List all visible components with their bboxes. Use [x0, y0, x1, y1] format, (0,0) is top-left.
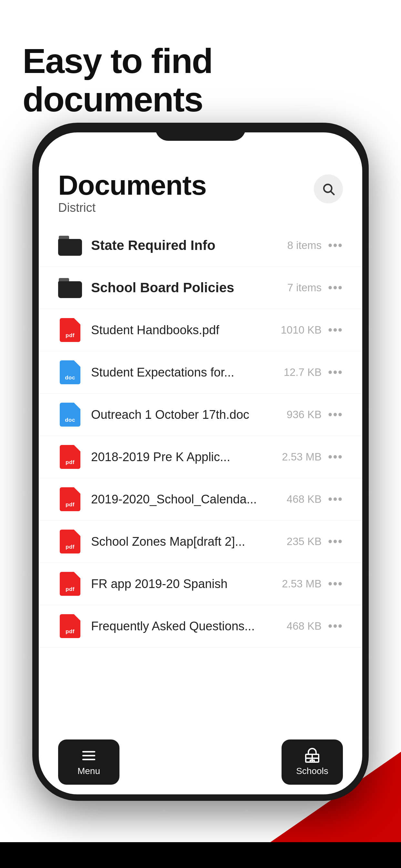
svg-line-1: [331, 191, 334, 195]
pdf-shape: pdf: [60, 530, 81, 554]
schools-label: Schools: [296, 766, 328, 776]
menu-label: Menu: [78, 766, 100, 776]
schools-icon: [305, 748, 320, 764]
pdf-label: pdf: [66, 544, 74, 550]
search-button[interactable]: [314, 175, 343, 204]
folder-shape: [58, 236, 82, 255]
documents-subtitle: District: [58, 201, 206, 215]
bottom-nav: Menu Schools: [39, 736, 362, 795]
pdf-label: pdf: [66, 628, 74, 635]
folder-body: [58, 281, 82, 298]
file-meta: 12.7 KB: [283, 366, 321, 378]
pdf-icon: pdf: [58, 487, 82, 511]
file-meta: 235 KB: [283, 535, 321, 548]
doc-label: doc: [65, 417, 75, 423]
more-options-button[interactable]: •••: [328, 366, 343, 379]
phone-notch: [155, 123, 246, 141]
list-item[interactable]: pdf 2019-2020_School_Calenda... 468 KB •…: [39, 478, 362, 521]
more-options-button[interactable]: •••: [328, 323, 343, 337]
pdf-icon: pdf: [58, 318, 82, 342]
pdf-shape: pdf: [60, 445, 81, 469]
doc-file-icon: doc: [58, 361, 82, 384]
folder-icon: [58, 234, 82, 257]
menu-button[interactable]: Menu: [58, 740, 120, 785]
page-headline: Easy to find documents: [23, 42, 401, 119]
file-name: Student Expectations for...: [91, 366, 276, 379]
bg-black-bar: [0, 842, 401, 868]
more-options-button[interactable]: •••: [328, 577, 343, 591]
list-item[interactable]: pdf 2018-2019 Pre K Applic... 2.53 MB ••…: [39, 436, 362, 478]
file-meta: 8 items: [283, 239, 321, 252]
screen-content: Documents District: [39, 155, 362, 795]
folder-icon: [58, 276, 82, 300]
more-options-button[interactable]: •••: [328, 492, 343, 506]
file-name: State Required Info: [91, 238, 276, 253]
file-meta: 2.53 MB: [282, 578, 321, 590]
list-item[interactable]: doc Student Expectations for... 12.7 KB …: [39, 351, 362, 394]
doc-shape: doc: [60, 403, 81, 427]
schools-button[interactable]: Schools: [281, 740, 343, 785]
pdf-label: pdf: [66, 459, 74, 466]
file-name: 2019-2020_School_Calenda...: [91, 492, 276, 506]
folder-shape: [58, 278, 82, 298]
more-options-button[interactable]: •••: [328, 619, 343, 633]
file-meta: 7 items: [283, 282, 321, 294]
file-meta: 1010 KB: [281, 324, 321, 336]
pdf-shape: pdf: [60, 572, 81, 596]
file-name: Student Handbooks.pdf: [91, 323, 274, 337]
list-item[interactable]: State Required Info 8 items •••: [39, 224, 362, 267]
pdf-icon: pdf: [58, 530, 82, 554]
screen-header: Documents District: [39, 155, 362, 221]
more-options-button[interactable]: •••: [328, 408, 343, 422]
list-item[interactable]: pdf Student Handbooks.pdf 1010 KB •••: [39, 309, 362, 351]
pdf-icon: pdf: [58, 445, 82, 469]
list-item[interactable]: School Board Policies 7 items •••: [39, 267, 362, 309]
file-meta: 2.53 MB: [282, 451, 321, 463]
more-options-button[interactable]: •••: [328, 239, 343, 252]
list-item[interactable]: pdf FR app 2019-20 Spanish 2.53 MB •••: [39, 563, 362, 605]
phone-screen: Documents District: [39, 132, 362, 795]
file-meta: 468 KB: [283, 620, 321, 632]
more-options-button[interactable]: •••: [328, 535, 343, 549]
file-name: Frequently Asked Questions...: [91, 619, 276, 633]
more-options-button[interactable]: •••: [328, 450, 343, 464]
doc-shape: doc: [60, 361, 81, 384]
pdf-shape: pdf: [60, 487, 81, 511]
list-item[interactable]: doc Outreach 1 October 17th.doc 936 KB •…: [39, 394, 362, 436]
header-text-group: Documents District: [58, 171, 206, 215]
menu-icon: [81, 748, 96, 764]
pdf-shape: pdf: [60, 614, 81, 638]
file-meta: 468 KB: [283, 493, 321, 505]
file-name: School Board Policies: [91, 280, 276, 296]
list-item[interactable]: pdf School Zones Map[draft 2]... 235 KB …: [39, 521, 362, 563]
pdf-label: pdf: [66, 586, 74, 593]
pdf-shape: pdf: [60, 318, 81, 342]
document-list: State Required Info 8 items ••• School B…: [39, 221, 362, 651]
pdf-label: pdf: [66, 332, 74, 339]
file-name: 2018-2019 Pre K Applic...: [91, 450, 275, 464]
search-icon: [321, 182, 335, 196]
doc-label: doc: [65, 375, 75, 381]
phone-frame: Documents District: [32, 123, 369, 801]
doc-file-icon: doc: [58, 403, 82, 427]
pdf-label: pdf: [66, 501, 74, 508]
file-meta: 936 KB: [283, 408, 321, 421]
file-name: School Zones Map[draft 2]...: [91, 535, 276, 549]
folder-body: [58, 239, 82, 256]
list-item[interactable]: pdf Frequently Asked Questions... 468 KB…: [39, 605, 362, 647]
pdf-icon: pdf: [58, 614, 82, 638]
pdf-icon: pdf: [58, 572, 82, 596]
file-name: Outreach 1 October 17th.doc: [91, 408, 276, 422]
documents-title: Documents: [58, 171, 206, 199]
more-options-button[interactable]: •••: [328, 281, 343, 295]
file-name: FR app 2019-20 Spanish: [91, 577, 275, 591]
